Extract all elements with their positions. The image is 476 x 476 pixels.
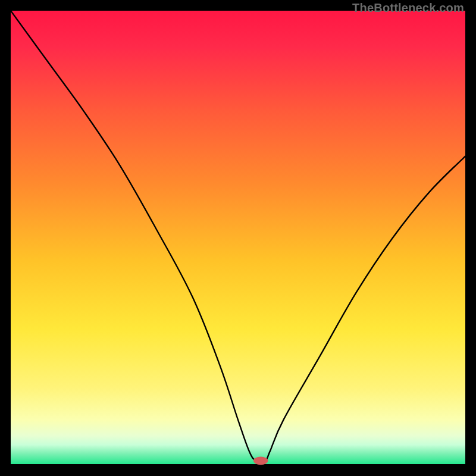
gradient-background <box>11 11 465 465</box>
plot-area <box>11 11 465 465</box>
chart-frame: TheBottleneck.com <box>0 0 476 476</box>
optimum-marker <box>253 456 268 465</box>
chart-svg <box>11 11 465 465</box>
watermark-label: TheBottleneck.com <box>352 1 464 15</box>
